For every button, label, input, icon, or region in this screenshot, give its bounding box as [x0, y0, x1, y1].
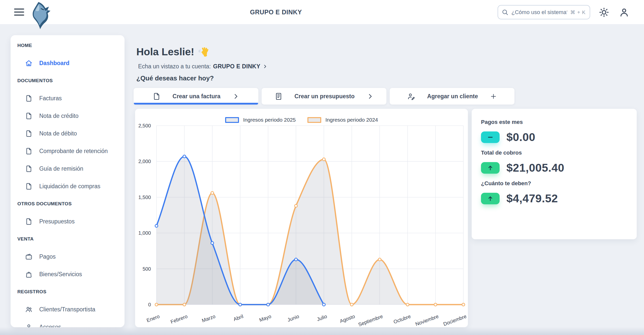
svg-text:2,500: 2,500: [138, 123, 151, 128]
plus-icon: [490, 93, 497, 100]
action-crear-un-presupuesto[interactable]: Crear un presupuesto: [262, 88, 386, 105]
chevron-right-icon: [232, 93, 239, 100]
chart-legend: Ingresos periodo 2025Ingresos periodo 20…: [135, 117, 468, 123]
file-icon: [25, 183, 32, 190]
file-icon: [25, 165, 32, 172]
question-heading: ¿Qué deseas hacer hoy?: [136, 74, 214, 82]
sidebar-item-label: Accesos: [39, 324, 61, 327]
svg-text:2,000: 2,000: [138, 159, 151, 164]
account-name-link[interactable]: GRUPO E DINKY: [213, 63, 260, 70]
wolf-logo: [28, 1, 58, 30]
sidebar-item-nota-de-debito[interactable]: Nota de débito: [11, 125, 125, 142]
sidebar-item-label: Bienes/Servicios: [39, 271, 82, 278]
sidebar-section-registros: REGISTROS: [11, 283, 125, 301]
svg-text:Dociembre: Dociembre: [442, 313, 467, 327]
sidebar-item-label: Pagos: [39, 253, 56, 260]
menu-icon[interactable]: [14, 9, 24, 16]
svg-text:Enero: Enero: [146, 313, 160, 323]
user-icon: [25, 323, 32, 327]
stat-value: $4,479.52: [506, 192, 558, 205]
shortcut-badge: ⌘ + K: [570, 9, 586, 15]
sidebar-section-otros-documentos: OTROS DOCUMENTOS: [11, 195, 125, 213]
sun-icon[interactable]: [599, 7, 609, 18]
action-agregar-un-cliente[interactable]: Agregar un cliente: [390, 88, 514, 105]
svg-text:Junio: Junio: [287, 313, 300, 323]
action-label: Crear una factura: [173, 93, 220, 100]
sidebar-item-label: Nota de débito: [39, 130, 77, 137]
stat-value: $21,005.40: [506, 161, 564, 174]
bottom-shadow: [0, 327, 644, 335]
stat-badge: [481, 193, 500, 204]
stats-panel: Pagos este mes$0.00Total de cobros$21,00…: [472, 109, 637, 239]
svg-text:Septiembre: Septiembre: [357, 313, 384, 327]
minus-icon: [487, 134, 494, 140]
sidebar-item-nota-de-credito[interactable]: Nota de crédito: [11, 107, 125, 125]
sidebar: HOMEDashboardDOCUMENTOSFacturasNota de c…: [11, 35, 125, 327]
app-header: GRUPO E DINKY ⌘ + K: [0, 0, 644, 24]
sidebar-item-facturas[interactable]: Facturas: [11, 89, 125, 107]
sidebar-item-label: Clientes/Transportista: [39, 306, 95, 313]
action-label: Agregar un cliente: [427, 93, 478, 100]
sidebar-item-dashboard[interactable]: Dashboard: [11, 54, 125, 72]
svg-text:500: 500: [143, 266, 151, 272]
search-input[interactable]: [511, 9, 568, 16]
greeting-text: Hola Leslie!: [136, 46, 194, 58]
legend-label: Ingresos periodo 2024: [326, 117, 378, 123]
arrow-up-icon: [487, 165, 494, 171]
users-icon: [25, 306, 32, 313]
search-icon: [502, 9, 508, 16]
stat-badge: [481, 131, 500, 143]
sidebar-item-presupuestos[interactable]: Presupuestos: [11, 213, 125, 230]
sidebar-section-venta: VENTA: [11, 230, 125, 248]
stat-label: ¿Cuánto te deben?: [481, 180, 637, 187]
sidebar-item-label: Comprobante de retención: [39, 148, 108, 155]
chevron-right-icon: [263, 64, 267, 69]
stat-badge: [481, 162, 500, 174]
file-icon: [25, 148, 32, 155]
sidebar-item-label: Facturas: [39, 95, 62, 102]
legend-swatch: [225, 117, 239, 123]
account-prefix: Echa un vistazo a tu cuenta:: [138, 63, 211, 70]
file-icon: [153, 92, 160, 100]
waving-hand-emoji: [198, 47, 209, 57]
stat-value: $0.00: [506, 131, 535, 144]
page-title: GRUPO E DINKY: [226, 0, 326, 24]
sidebar-item-liquidacion-de-compras[interactable]: Liquidación de compras: [11, 177, 125, 195]
legend-item-ingresos-periodo-2025[interactable]: Ingresos periodo 2025: [225, 117, 296, 123]
svg-text:Julio: Julio: [316, 313, 328, 322]
sidebar-item-clientes-transportista[interactable]: Clientes/Transportista: [11, 301, 125, 318]
user-icon[interactable]: [619, 7, 629, 18]
svg-text:Febrero: Febrero: [170, 313, 188, 325]
sidebar-item-guia-de-remision[interactable]: Guía de remisión: [11, 160, 125, 177]
sidebar-item-pagos[interactable]: Pagos: [11, 248, 125, 265]
svg-text:Mayo: Mayo: [259, 313, 272, 323]
svg-text:Agosto: Agosto: [339, 313, 356, 324]
account-line: Echa un vistazo a tu cuenta: GRUPO E DIN…: [138, 63, 267, 70]
legend-swatch: [307, 117, 321, 123]
action-crear-una-factura[interactable]: Crear una factura: [134, 88, 258, 105]
stat-cuanto-te-deben: ¿Cuánto te deben?$4,479.52: [481, 180, 637, 204]
file-icon: [25, 95, 32, 102]
sidebar-section-documentos: DOCUMENTOS: [11, 72, 125, 89]
legend-item-ingresos-periodo-2024[interactable]: Ingresos periodo 2024: [307, 117, 378, 123]
file-icon: [25, 130, 32, 137]
home-icon: [25, 60, 32, 67]
search-box[interactable]: ⌘ + K: [498, 5, 590, 19]
action-label: Crear un presupuesto: [295, 93, 355, 100]
legend-label: Ingresos periodo 2025: [243, 117, 296, 123]
svg-text:Octubre: Octubre: [393, 313, 411, 325]
stat-label: Pagos este mes: [481, 119, 637, 125]
file-icon: [25, 218, 32, 225]
arrow-up-icon: [487, 195, 494, 202]
chevron-right-icon: [367, 93, 374, 100]
svg-text:1,000: 1,000: [138, 230, 151, 236]
sidebar-item-label: Nota de crédito: [39, 113, 78, 119]
sidebar-item-bienes-servicios[interactable]: Bienes/Servicios: [11, 265, 125, 283]
sidebar-item-label: Guía de remisión: [39, 165, 83, 172]
sidebar-item-accesos[interactable]: Accesos: [11, 318, 125, 327]
sidebar-item-comprobante-de-retencion[interactable]: Comprobante de retención: [11, 142, 125, 160]
user-pen-icon: [407, 92, 415, 100]
stat-total-de-cobros: Total de cobros$21,005.40: [481, 150, 637, 174]
sidebar-item-label: Presupuestos: [39, 218, 75, 225]
svg-text:Noviembre: Noviembre: [415, 313, 439, 327]
